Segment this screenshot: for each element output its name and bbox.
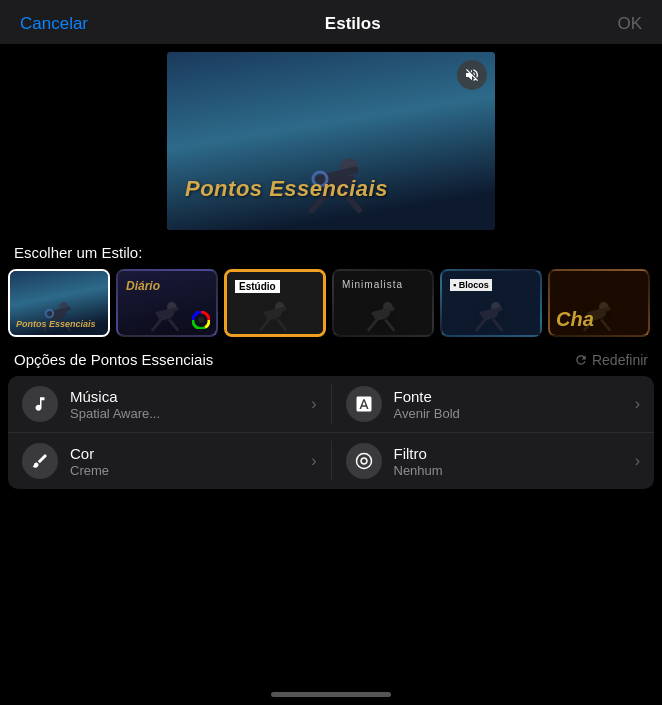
style-card-label-diario: Diário	[126, 279, 160, 293]
musica-name: Música	[70, 388, 303, 405]
filtro-content: Filtro Nenhum	[394, 445, 627, 478]
filtro-chevron: ›	[635, 452, 640, 470]
svg-rect-0	[167, 52, 495, 230]
style-card-blocos[interactable]: ▪ Blocos	[440, 269, 542, 337]
cor-icon-container	[22, 443, 58, 479]
filtro-name: Filtro	[394, 445, 627, 462]
mute-icon	[464, 67, 480, 83]
video-title-overlay: Pontos Essenciais	[185, 176, 388, 202]
mute-button[interactable]	[457, 60, 487, 90]
fonte-chevron: ›	[635, 395, 640, 413]
filtro-value: Nenhum	[394, 463, 627, 478]
fonte-name: Fonte	[394, 388, 627, 405]
options-row-1: Música Spatial Aware... › Fonte Avenir B…	[8, 376, 654, 433]
cor-value: Creme	[70, 463, 303, 478]
header-title: Estilos	[325, 14, 381, 34]
styles-section: Escolher um Estilo: Pontos Essenciais	[0, 230, 662, 337]
musica-content: Música Spatial Aware...	[70, 388, 303, 421]
filtro-icon-container	[346, 443, 382, 479]
musica-chevron: ›	[311, 395, 316, 413]
font-icon	[355, 395, 373, 413]
color-icon	[31, 452, 49, 470]
style-card-label-cha: Cha	[556, 308, 594, 331]
style-card-label-estudio: Estúdio	[235, 280, 280, 293]
style-card-pontos[interactable]: Pontos Essenciais	[8, 269, 110, 337]
style-card-estudio[interactable]: Estúdio	[224, 269, 326, 337]
reset-button[interactable]: Redefinir	[574, 352, 648, 368]
musica-icon-container	[22, 386, 58, 422]
style-card-label-pontos: Pontos Essenciais	[16, 319, 96, 329]
option-filtro[interactable]: Filtro Nenhum ›	[332, 433, 655, 489]
options-header: Opções de Pontos Essenciais Redefinir	[0, 337, 662, 376]
styles-grid: Pontos Essenciais	[0, 269, 662, 337]
option-fonte[interactable]: Fonte Avenir Bold ›	[332, 376, 655, 432]
cancel-button[interactable]: Cancelar	[20, 14, 88, 34]
cor-chevron: ›	[311, 452, 316, 470]
fonte-content: Fonte Avenir Bold	[394, 388, 627, 421]
header: Cancelar Estilos OK	[0, 0, 662, 44]
color-wheel-icon	[192, 311, 210, 329]
svg-point-21	[198, 317, 204, 323]
style-card-label-blocos: ▪ Blocos	[450, 279, 492, 291]
music-icon	[31, 395, 49, 413]
fonte-value: Avenir Bold	[394, 406, 627, 421]
style-card-cha[interactable]: Cha	[548, 269, 650, 337]
styles-section-label: Escolher um Estilo:	[0, 230, 662, 269]
home-indicator	[271, 692, 391, 697]
options-container: Música Spatial Aware... › Fonte Avenir B…	[8, 376, 654, 489]
svg-point-46	[356, 454, 371, 469]
options-row-2: Cor Creme › Filtro Nenhum ›	[8, 433, 654, 489]
ok-button[interactable]: OK	[617, 14, 642, 34]
options-title: Opções de Pontos Essenciais	[14, 351, 213, 368]
cor-name: Cor	[70, 445, 303, 462]
style-card-diario[interactable]: Diário	[116, 269, 218, 337]
fonte-icon-container	[346, 386, 382, 422]
video-bg	[167, 52, 495, 230]
video-preview: Pontos Essenciais	[167, 52, 495, 230]
option-musica[interactable]: Música Spatial Aware... ›	[8, 376, 331, 432]
musica-value: Spatial Aware...	[70, 406, 303, 421]
filter-icon	[355, 452, 373, 470]
option-cor[interactable]: Cor Creme ›	[8, 433, 331, 489]
style-card-label-minimalista: Minimalista	[342, 279, 403, 290]
cor-content: Cor Creme	[70, 445, 303, 478]
style-card-minimalista[interactable]: Minimalista	[332, 269, 434, 337]
reset-icon	[574, 353, 588, 367]
